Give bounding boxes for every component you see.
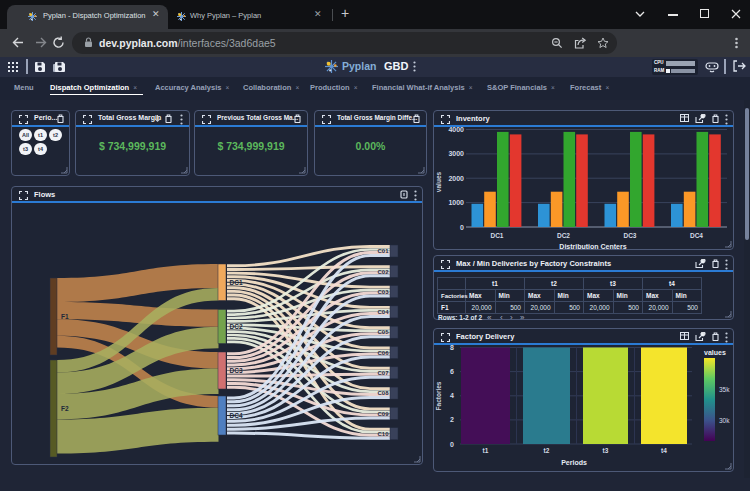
svg-text:C08: C08	[377, 390, 389, 396]
svg-text:3000: 3000	[448, 150, 464, 157]
svg-text:DC2: DC2	[230, 323, 243, 330]
svg-text:DC4: DC4	[230, 412, 243, 419]
svg-text:35k: 35k	[719, 386, 730, 393]
svg-text:Factories: Factories	[435, 381, 442, 410]
svg-text:C05: C05	[377, 329, 389, 335]
svg-text:DC4: DC4	[690, 232, 703, 239]
svg-text:t4: t4	[661, 447, 667, 454]
svg-text:4000: 4000	[448, 126, 464, 133]
svg-text:1000: 1000	[448, 199, 464, 206]
svg-text:values: values	[435, 172, 442, 193]
svg-text:DC1: DC1	[230, 279, 243, 286]
svg-text:t1: t1	[483, 447, 489, 454]
svg-text:DC2: DC2	[557, 232, 570, 239]
svg-text:C01: C01	[377, 248, 389, 254]
svg-text:t2: t2	[544, 447, 550, 454]
svg-text:2000: 2000	[448, 175, 464, 182]
svg-text:2: 2	[450, 416, 454, 423]
svg-text:8: 8	[450, 344, 454, 351]
svg-text:DC3: DC3	[623, 232, 636, 239]
svg-text:C06: C06	[377, 350, 389, 356]
svg-text:DC3: DC3	[230, 367, 243, 374]
svg-text:C09: C09	[377, 411, 389, 417]
svg-text:t3: t3	[603, 447, 609, 454]
svg-text:C07: C07	[377, 370, 389, 376]
svg-text:0: 0	[460, 224, 464, 231]
svg-text:C10: C10	[377, 431, 389, 437]
svg-text:F1: F1	[61, 313, 69, 320]
svg-text:Periods: Periods	[561, 459, 587, 466]
svg-text:C03: C03	[377, 289, 389, 295]
svg-text:F2: F2	[61, 405, 69, 412]
svg-text:values: values	[704, 349, 726, 356]
svg-text:DC1: DC1	[490, 232, 503, 239]
svg-text:0: 0	[450, 441, 454, 448]
svg-text:Distribution Centers: Distribution Centers	[559, 243, 626, 250]
svg-text:30k: 30k	[719, 417, 730, 424]
svg-text:C04: C04	[377, 309, 389, 315]
svg-text:C02: C02	[377, 269, 389, 275]
svg-text:6: 6	[450, 368, 454, 375]
svg-text:4: 4	[450, 392, 454, 399]
